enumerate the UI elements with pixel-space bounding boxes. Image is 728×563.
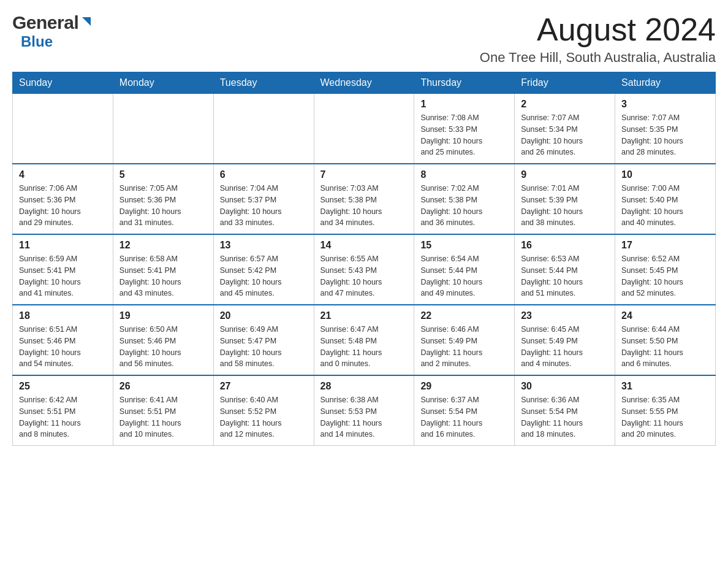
calendar-cell: 23Sunrise: 6:45 AMSunset: 5:49 PMDayligh… (515, 305, 615, 375)
calendar-cell: 29Sunrise: 6:37 AMSunset: 5:54 PMDayligh… (414, 375, 515, 446)
calendar-cell: 26Sunrise: 6:41 AMSunset: 5:51 PMDayligh… (113, 375, 213, 446)
day-number: 22 (420, 310, 508, 321)
weekday-header-sunday: Sunday (13, 72, 113, 94)
calendar-cell: 12Sunrise: 6:58 AMSunset: 5:41 PMDayligh… (113, 234, 213, 305)
day-number: 7 (320, 169, 408, 180)
calendar-cell: 19Sunrise: 6:50 AMSunset: 5:46 PMDayligh… (113, 305, 213, 375)
logo-arrow-icon (80, 15, 93, 31)
weekday-header-row: SundayMondayTuesdayWednesdayThursdayFrid… (13, 72, 716, 94)
day-number: 15 (420, 240, 508, 251)
day-info: Sunrise: 6:35 AMSunset: 5:55 PMDaylight:… (621, 394, 709, 440)
calendar-cell: 21Sunrise: 6:47 AMSunset: 5:48 PMDayligh… (314, 305, 414, 375)
calendar-header: SundayMondayTuesdayWednesdayThursdayFrid… (13, 72, 716, 94)
calendar-cell: 17Sunrise: 6:52 AMSunset: 5:45 PMDayligh… (615, 234, 716, 305)
calendar-cell: 25Sunrise: 6:42 AMSunset: 5:51 PMDayligh… (13, 375, 113, 446)
calendar-cell: 14Sunrise: 6:55 AMSunset: 5:43 PMDayligh… (314, 234, 414, 305)
day-number: 26 (119, 381, 207, 392)
day-info: Sunrise: 6:57 AMSunset: 5:42 PMDaylight:… (220, 253, 308, 299)
month-title: August 2024 (480, 12, 716, 47)
calendar-cell (113, 94, 213, 164)
day-info: Sunrise: 6:45 AMSunset: 5:49 PMDaylight:… (521, 324, 609, 370)
calendar-cell: 27Sunrise: 6:40 AMSunset: 5:52 PMDayligh… (213, 375, 314, 446)
day-number: 3 (621, 99, 709, 110)
calendar-table: SundayMondayTuesdayWednesdayThursdayFrid… (12, 72, 716, 446)
day-info: Sunrise: 7:02 AMSunset: 5:38 PMDaylight:… (420, 183, 508, 229)
day-number: 9 (521, 169, 609, 180)
calendar-cell: 16Sunrise: 6:53 AMSunset: 5:44 PMDayligh… (515, 234, 615, 305)
day-number: 29 (420, 381, 508, 392)
day-number: 27 (220, 381, 308, 392)
calendar-cell: 4Sunrise: 7:06 AMSunset: 5:36 PMDaylight… (13, 164, 113, 234)
calendar-cell: 10Sunrise: 7:00 AMSunset: 5:40 PMDayligh… (615, 164, 716, 234)
logo-blue-text: Blue (21, 33, 53, 50)
day-info: Sunrise: 7:03 AMSunset: 5:38 PMDaylight:… (320, 183, 408, 229)
day-number: 13 (220, 240, 308, 251)
day-number: 1 (420, 99, 508, 110)
day-info: Sunrise: 6:41 AMSunset: 5:51 PMDaylight:… (119, 394, 207, 440)
day-number: 10 (621, 169, 709, 180)
day-info: Sunrise: 7:04 AMSunset: 5:37 PMDaylight:… (220, 183, 308, 229)
day-info: Sunrise: 6:40 AMSunset: 5:52 PMDaylight:… (220, 394, 308, 440)
day-info: Sunrise: 6:49 AMSunset: 5:47 PMDaylight:… (220, 324, 308, 370)
day-info: Sunrise: 6:54 AMSunset: 5:44 PMDaylight:… (420, 253, 508, 299)
calendar-cell: 2Sunrise: 7:07 AMSunset: 5:34 PMDaylight… (515, 94, 615, 164)
calendar-cell: 11Sunrise: 6:59 AMSunset: 5:41 PMDayligh… (13, 234, 113, 305)
calendar-week-row: 18Sunrise: 6:51 AMSunset: 5:46 PMDayligh… (13, 305, 716, 375)
logo: General Blue (12, 12, 93, 50)
weekday-header-monday: Monday (113, 72, 213, 94)
day-info: Sunrise: 6:58 AMSunset: 5:41 PMDaylight:… (119, 253, 207, 299)
day-number: 18 (19, 310, 107, 321)
day-number: 4 (19, 169, 107, 180)
calendar-cell: 15Sunrise: 6:54 AMSunset: 5:44 PMDayligh… (414, 234, 515, 305)
day-number: 23 (521, 310, 609, 321)
day-info: Sunrise: 6:51 AMSunset: 5:46 PMDaylight:… (19, 324, 107, 370)
svg-marker-0 (82, 17, 91, 26)
calendar-cell: 13Sunrise: 6:57 AMSunset: 5:42 PMDayligh… (213, 234, 314, 305)
day-number: 31 (621, 381, 709, 392)
day-info: Sunrise: 7:06 AMSunset: 5:36 PMDaylight:… (19, 183, 107, 229)
weekday-header-thursday: Thursday (414, 72, 515, 94)
day-number: 14 (320, 240, 408, 251)
day-info: Sunrise: 6:50 AMSunset: 5:46 PMDaylight:… (119, 324, 207, 370)
day-info: Sunrise: 6:37 AMSunset: 5:54 PMDaylight:… (420, 394, 508, 440)
day-number: 19 (119, 310, 207, 321)
day-info: Sunrise: 7:01 AMSunset: 5:39 PMDaylight:… (521, 183, 609, 229)
calendar-cell (213, 94, 314, 164)
day-number: 30 (521, 381, 609, 392)
calendar-cell: 24Sunrise: 6:44 AMSunset: 5:50 PMDayligh… (615, 305, 716, 375)
location-title: One Tree Hill, South Australia, Australi… (480, 50, 716, 66)
day-info: Sunrise: 7:08 AMSunset: 5:33 PMDaylight:… (420, 112, 508, 158)
day-info: Sunrise: 6:38 AMSunset: 5:53 PMDaylight:… (320, 394, 408, 440)
day-number: 8 (420, 169, 508, 180)
calendar-week-row: 25Sunrise: 6:42 AMSunset: 5:51 PMDayligh… (13, 375, 716, 446)
calendar-cell: 18Sunrise: 6:51 AMSunset: 5:46 PMDayligh… (13, 305, 113, 375)
day-number: 17 (621, 240, 709, 251)
calendar-cell: 6Sunrise: 7:04 AMSunset: 5:37 PMDaylight… (213, 164, 314, 234)
calendar-cell: 7Sunrise: 7:03 AMSunset: 5:38 PMDaylight… (314, 164, 414, 234)
day-info: Sunrise: 7:00 AMSunset: 5:40 PMDaylight:… (621, 183, 709, 229)
calendar-cell (314, 94, 414, 164)
calendar-cell: 22Sunrise: 6:46 AMSunset: 5:49 PMDayligh… (414, 305, 515, 375)
day-info: Sunrise: 6:36 AMSunset: 5:54 PMDaylight:… (521, 394, 609, 440)
calendar-cell: 28Sunrise: 6:38 AMSunset: 5:53 PMDayligh… (314, 375, 414, 446)
day-number: 6 (220, 169, 308, 180)
day-info: Sunrise: 6:55 AMSunset: 5:43 PMDaylight:… (320, 253, 408, 299)
calendar-cell: 5Sunrise: 7:05 AMSunset: 5:36 PMDaylight… (113, 164, 213, 234)
day-info: Sunrise: 6:52 AMSunset: 5:45 PMDaylight:… (621, 253, 709, 299)
weekday-header-friday: Friday (515, 72, 615, 94)
calendar-week-row: 1Sunrise: 7:08 AMSunset: 5:33 PMDaylight… (13, 94, 716, 164)
weekday-header-saturday: Saturday (615, 72, 716, 94)
day-info: Sunrise: 6:59 AMSunset: 5:41 PMDaylight:… (19, 253, 107, 299)
calendar-cell: 9Sunrise: 7:01 AMSunset: 5:39 PMDaylight… (515, 164, 615, 234)
day-info: Sunrise: 6:46 AMSunset: 5:49 PMDaylight:… (420, 324, 508, 370)
calendar-cell: 3Sunrise: 7:07 AMSunset: 5:35 PMDaylight… (615, 94, 716, 164)
day-number: 11 (19, 240, 107, 251)
page-header: General Blue August 2024 One Tree Hill, … (12, 12, 716, 66)
day-number: 20 (220, 310, 308, 321)
day-info: Sunrise: 7:05 AMSunset: 5:36 PMDaylight:… (119, 183, 207, 229)
weekday-header-tuesday: Tuesday (213, 72, 314, 94)
calendar-cell: 1Sunrise: 7:08 AMSunset: 5:33 PMDaylight… (414, 94, 515, 164)
day-number: 25 (19, 381, 107, 392)
day-number: 5 (119, 169, 207, 180)
calendar-cell: 31Sunrise: 6:35 AMSunset: 5:55 PMDayligh… (615, 375, 716, 446)
